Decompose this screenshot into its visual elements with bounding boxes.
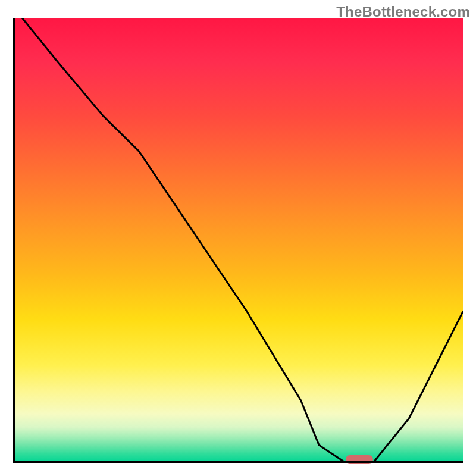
x-axis-line: [13, 461, 463, 463]
chart-container: TheBottleneck.com: [0, 0, 476, 476]
watermark-text: TheBottleneck.com: [336, 4, 470, 20]
plot-area: [13, 18, 463, 463]
bottleneck-curve: [13, 18, 463, 463]
y-axis-line: [13, 18, 15, 463]
